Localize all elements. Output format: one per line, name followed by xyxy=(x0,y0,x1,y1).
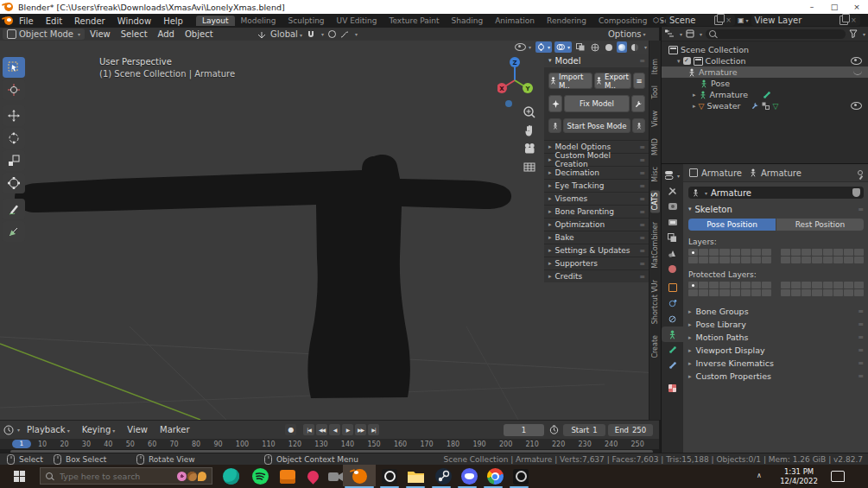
shading-rendered-button[interactable] xyxy=(630,41,640,53)
armature-name-field[interactable]: ▾ Armature xyxy=(688,187,864,199)
protected-layers-grid-right[interactable] xyxy=(781,282,864,296)
current-frame-field[interactable]: 1 xyxy=(504,424,544,436)
menu-render[interactable]: Render xyxy=(68,16,111,26)
timeline-ruler[interactable]: 1 10203040506070809010011012013014015016… xyxy=(0,439,659,449)
panel-bake[interactable]: ▸Bake≡ xyxy=(544,231,649,244)
properties-tab-tool[interactable] xyxy=(662,183,683,199)
tool-measure[interactable] xyxy=(3,221,25,242)
start-button[interactable] xyxy=(0,465,38,488)
zoom-icon[interactable] xyxy=(523,105,536,119)
scene-browse-icon[interactable]: ⬡▾ xyxy=(653,16,663,24)
sidebar-tab-misc[interactable]: Misc xyxy=(650,164,660,185)
play-reverse-button[interactable]: ◀ xyxy=(329,424,340,435)
timeline-menu-keying[interactable]: Keying▾ xyxy=(77,425,121,434)
panel-viewport-display[interactable]: ▸Viewport Display≡ xyxy=(683,344,868,357)
breadcrumb-object-label[interactable]: Armature xyxy=(701,168,742,178)
timeline-menu-view[interactable]: View xyxy=(122,425,153,434)
tool-cursor[interactable] xyxy=(3,79,25,100)
pose-mode-right-icon[interactable] xyxy=(632,118,645,133)
export-model-button[interactable]: Export M.. xyxy=(594,73,631,89)
sidebar-tab-mmd[interactable]: MMD xyxy=(650,136,660,158)
filter-funnel-icon[interactable] xyxy=(849,29,858,38)
panel-optimization[interactable]: ▸Optimization≡ xyxy=(544,219,649,231)
sidebar-tab-item[interactable]: Item xyxy=(650,56,660,77)
workspace-tab-compositing[interactable]: Compositing xyxy=(592,16,653,26)
taskbar-icon-teal-app[interactable] xyxy=(216,466,245,486)
minimize-button[interactable]: – xyxy=(801,3,823,11)
grid-toggle-icon[interactable] xyxy=(523,160,536,174)
previous-keyframe-button[interactable]: ◀◀ xyxy=(316,424,327,435)
timeline-menu-marker[interactable]: Marker xyxy=(155,425,195,434)
jump-to-end-button[interactable]: ▶| xyxy=(368,424,379,435)
scene-selector[interactable]: Scene × xyxy=(666,15,735,26)
properties-tab-bone[interactable] xyxy=(662,342,683,358)
panel-bone-groups[interactable]: ▸Bone Groups≡ xyxy=(683,305,868,318)
outliner-display-mode-icon[interactable] xyxy=(686,29,694,38)
panel-motion-paths[interactable]: ▸Motion Paths≡ xyxy=(683,331,868,344)
scene-name[interactable]: Scene xyxy=(669,16,712,25)
menu-edit[interactable]: Edit xyxy=(40,16,68,26)
collection-visibility-eye-icon[interactable] xyxy=(851,57,862,65)
outliner-row-armature-object[interactable]: Armature xyxy=(662,67,868,78)
shading-wireframe-button[interactable] xyxy=(589,41,601,53)
shading-dropdown[interactable]: ▾ xyxy=(644,44,647,50)
sidebar-tab-view[interactable]: View xyxy=(650,108,660,130)
workspace-tab-layout[interactable]: Layout xyxy=(196,16,235,26)
menu-window[interactable]: Window xyxy=(111,16,157,26)
close-button[interactable]: × xyxy=(846,3,868,11)
taskbar-icon-steam[interactable] xyxy=(428,466,458,486)
gizmo-toggle[interactable]: ▾ xyxy=(535,41,552,53)
workspace-tab-texture-paint[interactable]: Texture Paint xyxy=(383,16,446,26)
model-menu-button[interactable]: ≡ xyxy=(633,73,645,89)
workspace-tab-rendering[interactable]: Rendering xyxy=(541,16,592,26)
outliner-editor-icon[interactable] xyxy=(665,29,675,38)
outliner-display-dropdown[interactable]: ▾ xyxy=(700,31,702,37)
outliner-row-scene-collection[interactable]: Scene Collection xyxy=(662,44,868,55)
model-panel-header[interactable]: ▾ Model ≡ xyxy=(544,54,649,67)
workspace-tab-shading[interactable]: Shading xyxy=(446,16,490,26)
view-layer-browse-icon[interactable]: ▣▾ xyxy=(738,16,749,24)
viewport-menu-add[interactable]: Add xyxy=(153,29,180,39)
properties-tab-bone-constraint[interactable] xyxy=(662,358,683,373)
sidebar-tab-matcombiner[interactable]: MatCombiner xyxy=(650,219,660,271)
blender-logo-icon[interactable] xyxy=(4,16,13,25)
proportional-editing-icon[interactable] xyxy=(328,30,336,38)
taskbar-search-input[interactable] xyxy=(58,471,172,482)
camera-view-icon[interactable] xyxy=(523,142,536,155)
snap-target-dropdown[interactable]: ▾ xyxy=(321,31,324,37)
panel-visemes[interactable]: ▸Visemes≡ xyxy=(544,193,649,205)
outliner-row-collection[interactable]: ▾ ✓ Collection xyxy=(662,55,868,67)
panel-inverse-kinematics[interactable]: ▸Inverse Kinematics≡ xyxy=(683,357,868,370)
properties-tab-object-data[interactable] xyxy=(662,326,683,342)
taskbar-icon-dark-app-2[interactable] xyxy=(506,466,535,486)
outliner-search-input[interactable] xyxy=(706,29,846,39)
outliner-row-pose[interactable]: Pose xyxy=(662,78,868,89)
sidebar-tab-tool[interactable]: Tool xyxy=(650,83,660,102)
filter-dropdown[interactable]: ▾ xyxy=(863,31,865,37)
tool-select-box[interactable] xyxy=(3,57,25,78)
collection-checkbox[interactable]: ✓ xyxy=(683,57,691,65)
notification-center-icon[interactable] xyxy=(831,471,845,482)
copy-view-layer-icon[interactable] xyxy=(839,16,848,25)
tray-chevron-icon[interactable]: ∧ xyxy=(757,472,762,479)
viewport-menu-object[interactable]: Object xyxy=(180,29,219,39)
menu-file[interactable]: File xyxy=(13,16,40,26)
outliner-editor-dropdown[interactable]: ▾ xyxy=(680,31,682,37)
import-model-button[interactable]: Import M.. xyxy=(548,73,592,89)
copy-scene-icon[interactable] xyxy=(714,16,723,25)
workspace-tab-sculpting[interactable]: Sculpting xyxy=(282,16,331,26)
panel-supporters[interactable]: ▸Supporters≡ xyxy=(544,257,649,269)
workspace-tab-animation[interactable]: Animation xyxy=(489,16,541,26)
pan-hand-icon[interactable] xyxy=(523,124,536,137)
mode-dropdown[interactable]: Object Mode▾ xyxy=(3,29,85,40)
transform-orientation-dropdown[interactable]: Global▾ xyxy=(270,29,302,39)
breadcrumb-data-label[interactable]: Armature xyxy=(761,168,801,178)
panel-decimation[interactable]: ▸Decimation≡ xyxy=(544,167,649,179)
use-preview-range-icon[interactable] xyxy=(549,425,559,434)
taskbar-icon-blender[interactable] xyxy=(345,466,374,486)
menu-help[interactable]: Help xyxy=(157,16,189,26)
start-frame-field[interactable]: Start1 xyxy=(563,424,605,436)
properties-tab-world[interactable] xyxy=(662,261,683,276)
layers-grid-right[interactable] xyxy=(781,249,864,263)
armature-hidden-eye-icon[interactable] xyxy=(853,70,862,75)
